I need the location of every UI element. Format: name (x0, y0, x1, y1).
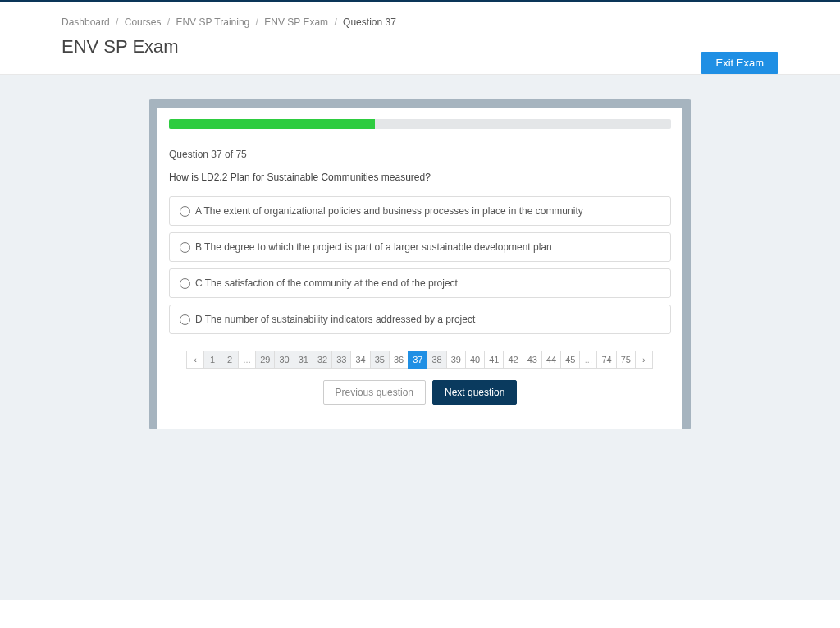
breadcrumb-separator: / (331, 16, 340, 28)
pagination: ‹12...2930313233343536373839404142434445… (169, 351, 671, 369)
page-number[interactable]: 75 (616, 351, 636, 369)
answer-radio[interactable] (180, 206, 190, 217)
page-number[interactable]: 36 (389, 351, 409, 369)
answer-option[interactable]: B The degree to which the project is par… (169, 232, 671, 262)
page-number[interactable]: 37 (408, 351, 427, 369)
progress-fill (169, 119, 375, 129)
page-number[interactable]: 45 (560, 351, 580, 369)
breadcrumb-separator: / (164, 16, 172, 28)
page-number[interactable]: 40 (465, 351, 485, 369)
page-number[interactable]: 34 (350, 351, 370, 369)
breadcrumb-link[interactable]: ENV SP Exam (264, 16, 328, 28)
answer-option[interactable]: A The extent of organizational policies … (169, 196, 671, 226)
answer-option[interactable]: C The satisfaction of the community at t… (169, 268, 671, 298)
answer-list: A The extent of organizational policies … (169, 196, 671, 334)
page-number[interactable]: 30 (274, 351, 294, 369)
breadcrumb: Dashboard / Courses / ENV SP Training / … (62, 10, 778, 36)
page-body: Question 37 of 75 How is LD2.2 Plan for … (0, 75, 840, 600)
answer-text: A The extent of organizational policies … (195, 205, 583, 217)
page-prev-arrow[interactable]: ‹ (186, 351, 204, 369)
page-number[interactable]: 43 (523, 351, 542, 369)
page-number[interactable]: 35 (370, 351, 390, 369)
question-text: How is LD2.2 Plan for Sustainable Commun… (169, 172, 671, 183)
page-number[interactable]: 31 (294, 351, 313, 369)
page-number[interactable]: 41 (484, 351, 504, 369)
nav-buttons: Previous question Next question (169, 380, 671, 405)
next-question-button[interactable]: Next question (432, 380, 517, 405)
answer-radio[interactable] (180, 314, 190, 325)
answer-radio[interactable] (180, 242, 190, 253)
page-ellipsis: ... (238, 351, 256, 369)
page-number[interactable]: 44 (541, 351, 561, 369)
page-next-arrow[interactable]: › (635, 351, 653, 369)
answer-option[interactable]: D The number of sustainability indicator… (169, 305, 671, 334)
page-number[interactable]: 74 (596, 351, 616, 369)
previous-question-button[interactable]: Previous question (323, 380, 426, 405)
page-ellipsis: ... (579, 351, 597, 369)
exit-exam-button[interactable]: Exit Exam (701, 52, 778, 74)
progress-bar (169, 119, 671, 129)
breadcrumb-current: Question 37 (343, 16, 396, 28)
page-number[interactable]: 38 (427, 351, 446, 369)
page-number[interactable]: 29 (255, 351, 275, 369)
answer-text: C The satisfaction of the community at t… (195, 277, 458, 289)
breadcrumb-link[interactable]: ENV SP Training (176, 16, 249, 28)
answer-text: B The degree to which the project is par… (195, 241, 552, 253)
answer-radio[interactable] (180, 278, 190, 289)
page-number[interactable]: 42 (503, 351, 523, 369)
page-title: ENV SP Exam (62, 36, 778, 57)
question-counter: Question 37 of 75 (169, 149, 671, 160)
page-number[interactable]: 32 (313, 351, 332, 369)
exam-card: Question 37 of 75 How is LD2.2 Plan for … (149, 99, 691, 429)
breadcrumb-link[interactable]: Courses (125, 16, 162, 28)
page-number[interactable]: 2 (221, 351, 239, 369)
page-number[interactable]: 1 (203, 351, 221, 369)
page-number[interactable]: 39 (446, 351, 466, 369)
breadcrumb-separator: / (113, 16, 121, 28)
page-number[interactable]: 33 (331, 351, 351, 369)
breadcrumb-link[interactable]: Dashboard (62, 16, 110, 28)
breadcrumb-separator: / (253, 16, 261, 28)
answer-text: D The number of sustainability indicator… (195, 314, 475, 325)
